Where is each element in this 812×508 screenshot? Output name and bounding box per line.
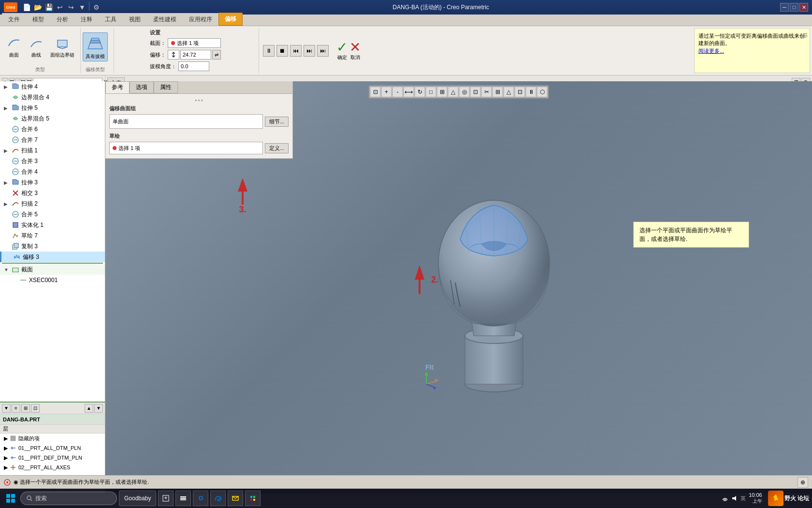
start-button[interactable] <box>3 491 18 506</box>
tree-item-sketch7[interactable]: 草绘 7 <box>0 230 105 241</box>
tree-item-xsec0001[interactable]: XSEC0001 <box>0 275 105 285</box>
tree-item-solidify1[interactable]: 实体化 1 <box>0 220 105 230</box>
tree-item-extrude5[interactable]: ▶ 拉伸 5 <box>0 103 105 113</box>
tree-item-extrude4[interactable]: ▶ 拉伸 4 <box>0 81 105 92</box>
next-btn[interactable]: ⏭ <box>304 45 315 57</box>
tree-item-section[interactable]: ▼ 截面 <box>0 264 105 275</box>
tab-flexible[interactable]: 柔性建模 <box>147 13 183 26</box>
define-btn[interactable]: 定义... <box>265 143 289 153</box>
flip-offset-btn[interactable]: ⇌ <box>212 50 221 60</box>
minimize-btn[interactable]: ─ <box>780 3 789 12</box>
undo-btn[interactable]: ↩ <box>55 2 65 13</box>
save-btn[interactable]: 💾 <box>44 2 54 13</box>
cut-select[interactable]: 选择 1 项 <box>168 38 221 48</box>
tab-properties[interactable]: 属性 <box>154 81 178 93</box>
open-btn[interactable]: 📂 <box>32 2 43 13</box>
redo-btn[interactable]: ↪ <box>66 2 76 13</box>
layer-item-dtm-pln1[interactable]: ▶ 01__PRT_ALL_DTM_PLN <box>0 443 105 453</box>
tab-apps[interactable]: 应用程序 <box>183 13 218 26</box>
vp-zoom-fit[interactable]: ⊡ <box>370 87 381 97</box>
taskbar-store[interactable] <box>245 491 261 506</box>
detail-btn[interactable]: 细节... <box>265 117 289 127</box>
vp-grid[interactable]: ⊞ <box>437 87 448 97</box>
tree-item-sweep1[interactable]: ▶ 扫描 1 <box>0 145 105 156</box>
layers-btn4[interactable]: ⊡ <box>31 404 40 413</box>
vp-zoom-in[interactable]: + <box>381 87 392 97</box>
draft-value-input[interactable] <box>178 61 209 71</box>
vp-section[interactable]: ✂ <box>481 87 492 97</box>
layers-list-btn[interactable]: ≡ <box>12 404 20 413</box>
tree-item-intersect3[interactable]: 相交 3 <box>0 188 105 198</box>
tray-volume[interactable] <box>731 494 739 502</box>
new-btn[interactable]: 📄 <box>21 2 32 13</box>
tree-item-extrude3[interactable]: ▶ 拉伸 3 <box>0 177 105 188</box>
tree-item-boundary4[interactable]: 边界混合 4 <box>0 92 105 103</box>
prev-btn[interactable]: ⏮ <box>290 45 302 57</box>
vp-hex[interactable]: ⬡ <box>537 87 548 97</box>
with-draft-btn[interactable]: 具有拔模 <box>83 32 108 61</box>
tray-network[interactable] <box>721 494 729 502</box>
tab-reference[interactable]: 参考 <box>105 81 130 93</box>
pause-btn[interactable]: ⏸ <box>263 45 275 57</box>
tab-view[interactable]: 视图 <box>123 13 147 26</box>
tab-options[interactable]: 选项 <box>130 81 154 93</box>
vp-shade[interactable]: △ <box>448 87 459 97</box>
end-btn[interactable]: ⏭ <box>317 45 329 57</box>
close-btn[interactable]: ✕ <box>799 3 808 12</box>
tab-analysis[interactable]: 分析 <box>50 13 74 26</box>
info-link[interactable]: 阅读更多... <box>698 48 724 54</box>
tree-item-merge7[interactable]: 合并 7 <box>0 134 105 145</box>
surface-edge-btn[interactable]: 面组边界链 <box>48 34 76 60</box>
tree-item-copy3[interactable]: 复制 3 <box>0 241 105 252</box>
maximize-btn[interactable]: □ <box>790 3 798 12</box>
taskbar-search[interactable]: 搜索 <box>20 492 117 505</box>
offset-value-input[interactable] <box>180 50 211 60</box>
vp-axes[interactable]: ⊡ <box>470 87 481 97</box>
tab-annotation[interactable]: 注释 <box>74 13 99 26</box>
tab-offset[interactable]: 偏移 <box>218 13 243 26</box>
taskbar-calc[interactable] <box>158 491 174 506</box>
tab-model[interactable]: 模型 <box>26 13 50 26</box>
customize-btn[interactable]: ⚙ <box>91 2 102 13</box>
vp-measure[interactable]: ⊞ <box>493 87 503 97</box>
tree-item-merge6[interactable]: 合并 6 <box>0 124 105 134</box>
stop-btn[interactable]: ⏹ <box>276 45 288 57</box>
more-btn[interactable]: ▼ <box>77 2 87 13</box>
taskbar-edge[interactable] <box>210 491 226 506</box>
tree-item-merge5[interactable]: 合并 5 <box>0 209 105 220</box>
tree-item-merge3[interactable]: 合并 3 <box>0 156 105 166</box>
taskbar-explorer[interactable] <box>228 491 243 506</box>
vp-analysis[interactable]: △ <box>504 87 514 97</box>
curve-type-btn[interactable]: 曲面 <box>4 34 24 60</box>
layers-down-btn[interactable]: ▼ <box>94 404 103 413</box>
taskbar-goodbaby[interactable]: Goodbaby <box>119 491 156 506</box>
confirm-group[interactable]: ✓ 确定 <box>336 41 348 61</box>
taskbar-tasks[interactable] <box>175 491 191 506</box>
layers-up-btn[interactable]: ▲ <box>85 404 93 413</box>
tree-item-boundary5[interactable]: 边界混合 5 <box>0 113 105 124</box>
vp-box[interactable]: □ <box>426 87 436 97</box>
tree-item-offset3[interactable]: 偏移 3 <box>0 252 105 262</box>
cancel-group[interactable]: ✕ 取消 <box>349 41 361 61</box>
tab-tools[interactable]: 工具 <box>99 13 123 26</box>
tree-item-merge4[interactable]: 合并 4 <box>0 166 105 177</box>
vp-pan[interactable]: ⟷ <box>404 87 414 97</box>
lines-type-btn[interactable]: 曲线 <box>26 34 46 60</box>
vp-edges[interactable]: ◎ <box>459 87 470 97</box>
tree-item-sweep2[interactable]: ▶ 扫描 2 <box>0 198 105 209</box>
vp-pause[interactable]: ⏸ <box>526 87 536 97</box>
info-expand-icon[interactable]: ≡ <box>802 30 808 42</box>
layer-item-axes[interactable]: ▶ 02__PRT_ALL_AXES <box>0 463 105 472</box>
layer-item-hidden[interactable]: ▶ 隐藏的项 <box>0 433 105 443</box>
statusbar-btn[interactable]: ⊕ <box>798 477 808 488</box>
layer-item-dtm-pln2[interactable]: ▶ 01__PRT_DEF_DTM_PLN <box>0 453 105 463</box>
tray-input-method[interactable]: 英 <box>740 495 746 502</box>
vp-zoom-out[interactable]: - <box>392 87 403 97</box>
vp-rotate[interactable]: ↻ <box>415 87 425 97</box>
layers-settings-btn[interactable]: ▼ <box>2 404 11 413</box>
taskbar-outlook[interactable]: O <box>193 491 208 506</box>
layers-expand-btn[interactable]: ⊞ <box>21 404 30 413</box>
vp-more[interactable]: ⊡ <box>515 87 525 97</box>
tab-file[interactable]: 文件 <box>2 13 26 26</box>
taskbar-clock[interactable]: 10:06 上午 <box>749 492 762 505</box>
